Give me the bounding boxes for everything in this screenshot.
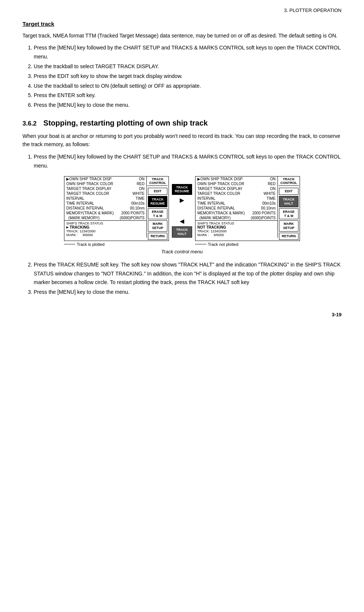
header-text: 3. PLOTTER OPERATION xyxy=(284,7,342,13)
section-title: Stopping, restarting plotting of own shi… xyxy=(43,119,208,127)
section-362-step1: Press the [MENU] key followed by the CHA… xyxy=(34,153,342,171)
left-return-btn[interactable]: RETURN xyxy=(148,233,167,240)
section-362-intro: When your boat is at anchor or returning… xyxy=(22,132,342,149)
section-num: 3.6.2 xyxy=(22,120,37,127)
page-number: 3-19 xyxy=(332,312,342,317)
page-header: 3. PLOTTER OPERATION xyxy=(22,7,342,13)
left-menu-buttons: TRACKCONTROL EDIT TRACKRESUME ERASET & M… xyxy=(147,177,169,240)
left-status: SHIP'S TRACK STATUS ▶ TRACKING TRACK: 12… xyxy=(64,220,146,238)
target-track-title: Target track xyxy=(22,21,342,27)
step-1: Press the [MENU] key followed by the CHA… xyxy=(34,43,342,61)
left-edit-btn[interactable]: EDIT xyxy=(148,188,167,195)
right-mark-setup-btn[interactable]: MARKSETUP xyxy=(279,220,298,232)
left-menu-data: ▶OWN SHIP TRACK DISP ON OWN SHIP TRACK C… xyxy=(64,177,147,238)
right-track-halt-btn[interactable]: TRACKHALT xyxy=(279,196,298,207)
right-diagram-wrapper: ▶OWN SHIP TRACK DISP ON OWN SHIP TRACK C… xyxy=(195,176,300,246)
section-362-steps: Press the [MENU] key followed by the CHA… xyxy=(34,153,342,171)
right-status-title: SHIP'S TRACK STATUS xyxy=(197,221,276,225)
step-4: Use the trackball to select to ON (defau… xyxy=(34,82,342,91)
left-mark-info: MARK : 9/6000 xyxy=(66,233,145,237)
right-return-btn[interactable]: RETURN xyxy=(279,233,298,240)
section-362-heading: 3.6.2 Stopping, restarting plotting of o… xyxy=(22,119,342,127)
section-362-step2: Press the TRACK RESUME soft key. The sof… xyxy=(34,260,342,287)
right-menu-panel: ▶OWN SHIP TRACK DISP ON OWN SHIP TRACK C… xyxy=(195,176,300,241)
right-menu-buttons: TRACKCONTROL EDIT TRACKHALT ERASET & M M… xyxy=(278,177,300,240)
target-track-steps: Press the [MENU] key followed by the CHA… xyxy=(34,43,342,110)
target-track-body: Target track, NMEA format TTM (Tracked T… xyxy=(22,31,342,40)
step-3: Press the EDIT soft key to show the targ… xyxy=(34,72,342,81)
right-status: SHIP'S TRACK STATUS NOT TRACKING TRACK: … xyxy=(195,220,277,238)
left-tracking-value: TRACKING xyxy=(70,225,90,229)
left-track-resume-btn[interactable]: TRACKRESUME xyxy=(148,196,167,207)
left-diagram-label: Track is plotted xyxy=(64,242,104,247)
step-6: Press the [MENU] key to close the menu. xyxy=(34,101,342,110)
right-erase-btn[interactable]: ERASET & M xyxy=(279,208,298,220)
right-edit-btn[interactable]: EDIT xyxy=(279,188,298,195)
left-track-control-label: TRACKCONTROL xyxy=(148,177,168,186)
middle-arrows: TRACKRESUME ► ◄ TRACKHALT xyxy=(172,184,192,247)
left-menu-panel: ▶OWN SHIP TRACK DISP ON OWN SHIP TRACK C… xyxy=(64,176,169,241)
diagram-section: ▶OWN SHIP TRACK DISP ON OWN SHIP TRACK C… xyxy=(22,176,342,254)
section-362-steps-2: Press the TRACK RESUME soft key. The sof… xyxy=(34,260,342,297)
section-362-step3: Press the [MENU] key to close the menu. xyxy=(34,288,342,297)
left-mark-setup-btn[interactable]: MARKSETUP xyxy=(148,220,167,232)
right-diagram-label: Track not plotted xyxy=(195,242,239,247)
right-track-info: TRACK: 1234/2000 xyxy=(197,229,276,233)
page-footer: 3-19 xyxy=(22,312,342,317)
diagram-caption: Track control menu xyxy=(22,249,342,254)
right-mark-info: MARK : 9/6000 xyxy=(197,233,276,237)
diagrams-row: ▶OWN SHIP TRACK DISP ON OWN SHIP TRACK C… xyxy=(22,176,342,246)
step-5: Press the ENTER soft key. xyxy=(34,91,342,100)
left-erase-btn[interactable]: ERASET & M xyxy=(148,208,167,220)
left-status-title: SHIP'S TRACK STATUS xyxy=(66,221,145,225)
step-2: Use the trackball to select TARGET TRACK… xyxy=(34,62,342,71)
right-track-control-label: TRACKCONTROL xyxy=(279,177,299,186)
right-tracking-value: NOT TRACKING xyxy=(197,225,226,229)
right-menu-data: ▶OWN SHIP TRACK DISP ON OWN SHIP TRACK C… xyxy=(195,177,278,238)
left-diagram-wrapper: ▶OWN SHIP TRACK DISP ON OWN SHIP TRACK C… xyxy=(64,176,169,246)
left-track-info: TRACK: 1234/2000 xyxy=(66,229,145,233)
